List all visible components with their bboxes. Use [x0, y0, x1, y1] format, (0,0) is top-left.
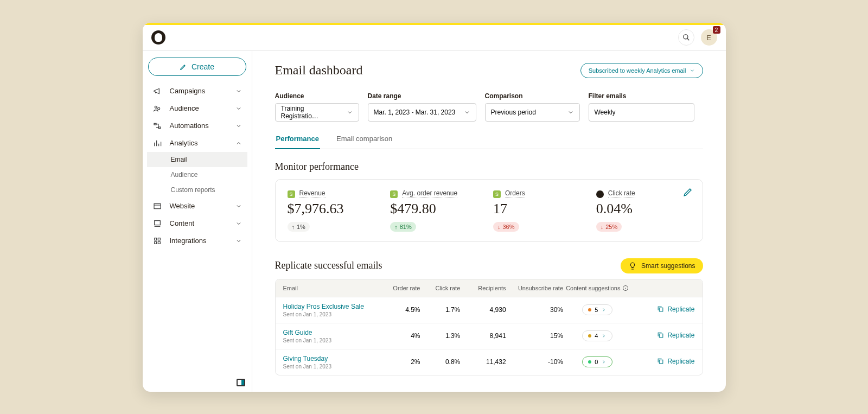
replicate-label: Replicate: [667, 305, 694, 313]
replicate-title: Replicate successful emails: [275, 260, 382, 271]
metric-delta: ↓25%: [596, 222, 622, 232]
edit-metrics-button[interactable]: [683, 187, 693, 197]
sidebar-item-audience[interactable]: Audience: [147, 100, 247, 117]
sidebar-sub-email[interactable]: Email: [147, 152, 247, 167]
th-email: Email: [283, 285, 380, 291]
app-body: Create Campaigns Audience Automations An…: [143, 51, 726, 392]
cell-unsub: 30%: [506, 306, 563, 314]
status-dot-icon: [588, 360, 591, 364]
select-value: Previous period: [491, 109, 536, 116]
sidebar-sub-custom-reports[interactable]: Custom reports: [147, 182, 247, 198]
audience-select[interactable]: Training Registratio…: [275, 103, 359, 122]
arrow-up-icon: ↑: [394, 224, 398, 230]
metrics-card: SRevenue $7,976.63 ↑1% SAvg. order reven…: [275, 179, 703, 242]
email-link[interactable]: Holiday Pros Exclusive Sale: [283, 303, 380, 310]
cell-suggestions: 0: [563, 356, 632, 367]
chart-icon: [153, 139, 162, 148]
replicate-header: Replicate successful emails Smart sugges…: [275, 258, 703, 273]
mailchimp-logo[interactable]: [151, 30, 165, 44]
email-link[interactable]: Gift Guide: [283, 329, 380, 336]
sidebar-item-analytics[interactable]: Analytics: [147, 135, 247, 152]
main-content: Email dashboard Subscribed to weekly Ana…: [252, 51, 726, 392]
replicate-label: Replicate: [667, 332, 694, 339]
status-dot-icon: [588, 334, 591, 337]
megaphone-icon: [153, 87, 162, 95]
svg-line-1: [687, 39, 689, 41]
filter-label: Comparison: [485, 92, 580, 100]
arrow-down-icon: ↓: [497, 224, 501, 230]
replicate-label: Replicate: [667, 358, 694, 365]
sidebar-item-label: Campaigns: [170, 87, 206, 95]
page-title: Email dashboard: [275, 63, 363, 78]
sidebar-item-integrations[interactable]: Integrations: [147, 232, 247, 250]
cell-email: Giving Tuesday Sent on Jan 1, 2023: [283, 355, 380, 370]
chevron-down-icon: [235, 203, 242, 209]
th-recipients: Recipients: [460, 285, 506, 291]
date-range-select[interactable]: Mar. 1, 2023 - Mar. 31, 2023: [368, 103, 476, 122]
sidebar-item-label: Analytics: [170, 139, 198, 147]
metric-revenue: SRevenue $7,976.63 ↑1%: [288, 189, 382, 232]
top-bar-actions: E 2: [678, 29, 717, 46]
chevron-down-icon: [235, 238, 242, 244]
email-link[interactable]: Giving Tuesday: [283, 355, 380, 362]
smart-suggestions-button[interactable]: Smart suggestions: [621, 258, 703, 273]
metric-label: Click rate: [608, 189, 635, 198]
replicate-button[interactable]: Replicate: [657, 358, 694, 365]
page-header: Email dashboard Subscribed to weekly Ana…: [275, 63, 703, 78]
replicate-button[interactable]: Replicate: [657, 332, 694, 339]
tab-performance[interactable]: Performance: [275, 135, 320, 149]
content-icon: [153, 219, 162, 228]
filter-label: Filter emails: [589, 92, 694, 100]
shopify-icon: S: [493, 190, 501, 198]
th-click-rate: Click rate: [420, 285, 460, 291]
cell-action: Replicate: [632, 332, 695, 341]
cell-suggestions: 5: [563, 304, 632, 315]
sidebar-item-website[interactable]: Website: [147, 198, 247, 215]
chevron-down-icon: [347, 109, 353, 116]
suggestions-pill[interactable]: 5: [582, 304, 612, 315]
select-value: Mar. 1, 2023 - Mar. 31, 2023: [374, 109, 456, 116]
metric-delta: ↑81%: [390, 222, 416, 232]
email-sent: Sent on Jan 1, 2023: [283, 364, 380, 370]
th-order-rate: Order rate: [380, 285, 420, 291]
svg-rect-4: [154, 123, 156, 125]
replicate-button[interactable]: Replicate: [657, 305, 694, 313]
chevron-down-icon: [690, 68, 695, 73]
svg-point-2: [155, 106, 157, 108]
subscribe-pill[interactable]: Subscribed to weekly Analytics email: [580, 63, 703, 78]
sidebar-item-automations[interactable]: Automations: [147, 117, 247, 135]
sidebar-item-label: Automations: [170, 122, 209, 130]
arrow-down-icon: ↓: [601, 224, 604, 230]
email-sent: Sent on Jan 1, 2023: [283, 337, 380, 343]
chevron-down-icon: [464, 109, 470, 116]
cell-order-rate: 2%: [380, 358, 420, 366]
search-button[interactable]: [678, 29, 694, 46]
suggestions-pill[interactable]: 0: [582, 356, 612, 367]
create-label: Create: [192, 62, 214, 71]
chevron-down-icon: [235, 105, 242, 112]
sugg-count: 5: [595, 307, 598, 313]
sidebar-sub-audience[interactable]: Audience: [147, 167, 247, 182]
profile-menu[interactable]: E 2: [701, 29, 717, 46]
metric-label: Avg. order revenue: [402, 189, 457, 198]
tab-email-comparison[interactable]: Email comparison: [335, 135, 393, 149]
info-icon[interactable]: [622, 285, 629, 291]
cell-action: Replicate: [632, 305, 695, 315]
metric-label: Revenue: [299, 189, 326, 198]
metric-value: 0.04%: [596, 201, 691, 217]
cell-click-rate: 1.3%: [420, 332, 460, 340]
create-button[interactable]: Create: [148, 58, 246, 76]
cell-click-rate: 0.8%: [420, 358, 460, 366]
comparison-select[interactable]: Previous period: [485, 103, 580, 122]
automation-icon: [153, 122, 162, 130]
people-icon: [153, 104, 162, 113]
status-dot-icon: [588, 308, 591, 311]
filter-emails-input[interactable]: Weekly: [589, 103, 694, 122]
sidebar-item-content[interactable]: Content: [147, 215, 247, 232]
chevron-right-icon: [601, 307, 607, 313]
sidebar-item-campaigns[interactable]: Campaigns: [147, 82, 247, 100]
cell-email: Gift Guide Sent on Jan 1, 2023: [283, 329, 380, 343]
th-unsub: Unsubscribe rate: [506, 285, 563, 291]
collapse-sidebar-button[interactable]: [237, 379, 245, 386]
suggestions-pill[interactable]: 4: [582, 330, 612, 341]
